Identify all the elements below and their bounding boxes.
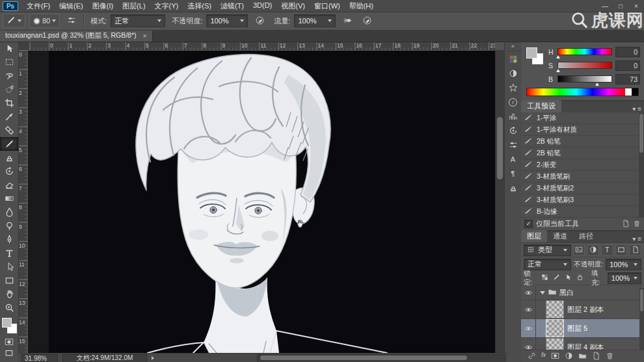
tool-preset-item-5[interactable]: 3-材质笔刷 bbox=[521, 171, 639, 183]
history-brush-tool[interactable] bbox=[0, 164, 18, 178]
saturation-slider-thumb[interactable] bbox=[556, 69, 560, 72]
delete-layer-icon[interactable] bbox=[606, 352, 614, 361]
layer-group-row-0[interactable]: 黑白 bbox=[521, 285, 644, 300]
vertical-scrollbar[interactable] bbox=[495, 50, 505, 353]
shape-tool[interactable] bbox=[0, 274, 18, 287]
vertical-scrollbar-thumb[interactable] bbox=[497, 117, 503, 179]
hand-tool[interactable] bbox=[0, 287, 18, 301]
menu-3d[interactable]: 3D(D) bbox=[248, 0, 276, 12]
properties-panel-icon[interactable] bbox=[506, 138, 520, 151]
info-panel-icon[interactable]: i bbox=[506, 96, 520, 109]
layer-visibility-toggle[interactable] bbox=[521, 285, 536, 300]
preset-scrollbar-thumb[interactable] bbox=[639, 114, 643, 153]
panel-menu-icon[interactable]: ▾ ≡ bbox=[632, 235, 644, 242]
new-preset-icon[interactable] bbox=[622, 220, 630, 229]
layer-thumbnail[interactable] bbox=[546, 300, 564, 318]
menu-window[interactable]: 窗口(W) bbox=[310, 0, 345, 12]
crop-tool[interactable] bbox=[0, 96, 18, 110]
layers-scrollbar[interactable] bbox=[639, 288, 644, 357]
clone-source-panel-icon[interactable] bbox=[506, 181, 520, 194]
tool-preset-item-6[interactable]: 3-材质笔刷2 bbox=[521, 183, 639, 194]
lock-all-icon[interactable] bbox=[576, 273, 585, 283]
tool-preset-picker[interactable] bbox=[3, 14, 25, 28]
eraser-tool[interactable] bbox=[0, 178, 18, 192]
paragraph-panel-icon[interactable]: ¶ bbox=[506, 167, 520, 180]
expand-dock-button[interactable]: « bbox=[505, 42, 521, 51]
filter-smart-objects-icon[interactable] bbox=[629, 244, 641, 256]
tablet-pressure-size-button[interactable] bbox=[359, 14, 375, 27]
new-layer-icon[interactable] bbox=[592, 352, 600, 361]
zoom-level-field[interactable]: 31.98% bbox=[21, 354, 58, 362]
group-expand-icon[interactable] bbox=[540, 291, 545, 294]
new-group-icon[interactable] bbox=[578, 352, 587, 361]
layer-name[interactable]: 图层 5 bbox=[567, 324, 587, 333]
healing-tool[interactable] bbox=[0, 123, 18, 137]
layers-scrollbar-thumb[interactable] bbox=[640, 289, 643, 311]
histogram-panel-icon[interactable] bbox=[506, 110, 520, 123]
restore-button[interactable]: □ bbox=[613, 1, 628, 10]
status-options-arrow-icon[interactable] bbox=[152, 356, 154, 360]
adjustments-panel-icon[interactable] bbox=[506, 67, 520, 80]
brightness-value-field[interactable]: 73 bbox=[615, 74, 640, 84]
horizontal-scrollbar[interactable] bbox=[257, 354, 505, 362]
layer-row-2[interactable]: 图层 5 bbox=[521, 319, 644, 338]
brush-size-picker[interactable]: 80 bbox=[29, 14, 60, 28]
history-panel-icon[interactable] bbox=[506, 124, 520, 137]
tool-preset-item-0[interactable]: 1-平涂 bbox=[521, 112, 639, 124]
filter-pixel-layers-icon[interactable] bbox=[573, 244, 585, 256]
spectrum-gradient[interactable] bbox=[527, 88, 625, 96]
brightness-slider[interactable] bbox=[557, 75, 612, 83]
tab-paths[interactable]: 路径 bbox=[573, 230, 599, 242]
menu-edit[interactable]: 编辑(E) bbox=[55, 0, 88, 12]
current-tool-only-checkbox[interactable]: ✓ bbox=[524, 220, 533, 228]
airbrush-button[interactable] bbox=[340, 14, 355, 27]
marquee-tool[interactable] bbox=[0, 55, 18, 69]
menu-help[interactable]: 帮助(H) bbox=[345, 0, 378, 12]
stamp-tool[interactable] bbox=[0, 151, 18, 164]
filter-shape-layers-icon[interactable] bbox=[615, 244, 628, 256]
layer-name[interactable]: 黑白 bbox=[559, 288, 574, 298]
new-adjustment-layer-icon[interactable] bbox=[565, 352, 573, 361]
tool-preset-item-8[interactable]: B-边缘 bbox=[521, 206, 639, 218]
filter-type-layers-icon[interactable]: T bbox=[601, 244, 613, 256]
screen-mode-button[interactable] bbox=[0, 347, 18, 358]
delete-preset-icon[interactable] bbox=[633, 220, 641, 229]
document-tab[interactable]: touxiangnan1.psd @ 32% (图层 5, RGB/8*) × bbox=[0, 30, 153, 42]
type-tool[interactable] bbox=[0, 246, 18, 260]
menu-file[interactable]: 文件(F) bbox=[22, 0, 55, 12]
menu-type[interactable]: 文字(Y) bbox=[150, 0, 183, 12]
layer-thumbnail[interactable] bbox=[546, 319, 564, 337]
layer-opacity-select[interactable]: 100% bbox=[606, 259, 641, 270]
hue-slider[interactable] bbox=[557, 48, 612, 55]
foreground-color-swatch[interactable] bbox=[526, 47, 537, 58]
layer-row-1[interactable]: 图层 2 副本 bbox=[521, 300, 644, 319]
brush-panel-toggle-button[interactable] bbox=[64, 14, 79, 27]
brush-tool[interactable] bbox=[0, 137, 18, 151]
color-spectrum-ramp[interactable] bbox=[526, 88, 639, 96]
brightness-slider-thumb[interactable] bbox=[595, 83, 599, 86]
layer-filter-type-select[interactable]: 类型 bbox=[524, 244, 571, 256]
menu-select[interactable]: 选择(S) bbox=[183, 0, 216, 12]
flow-select[interactable]: 100% bbox=[294, 14, 336, 27]
tool-preset-item-3[interactable]: 2B 铅笔 bbox=[521, 148, 639, 159]
dodge-tool[interactable] bbox=[0, 219, 18, 233]
move-tool[interactable] bbox=[0, 42, 18, 55]
close-button[interactable]: × bbox=[628, 1, 644, 10]
layer-style-icon[interactable]: fx bbox=[541, 352, 546, 358]
hue-slider-thumb[interactable] bbox=[556, 55, 560, 58]
menu-view[interactable]: 视图(V) bbox=[276, 0, 310, 12]
zoom-tool[interactable] bbox=[0, 301, 18, 315]
menu-filter[interactable]: 滤镜(T) bbox=[216, 0, 248, 12]
saturation-slider[interactable] bbox=[557, 62, 612, 69]
styles-panel-icon[interactable] bbox=[506, 81, 520, 94]
quick-selection-tool[interactable] bbox=[0, 83, 18, 96]
pen-tool[interactable] bbox=[0, 233, 18, 246]
lock-image-pixels-icon[interactable] bbox=[552, 273, 561, 283]
blur-tool[interactable] bbox=[0, 205, 18, 219]
document-canvas[interactable] bbox=[49, 50, 495, 353]
toolbox-foreground-swatch[interactable] bbox=[2, 318, 12, 328]
tab-channels[interactable]: 通道 bbox=[547, 230, 573, 242]
saturation-value-field[interactable]: 0 bbox=[615, 60, 640, 71]
hue-value-field[interactable]: 0 bbox=[615, 47, 640, 57]
preset-scrollbar[interactable] bbox=[639, 112, 644, 218]
